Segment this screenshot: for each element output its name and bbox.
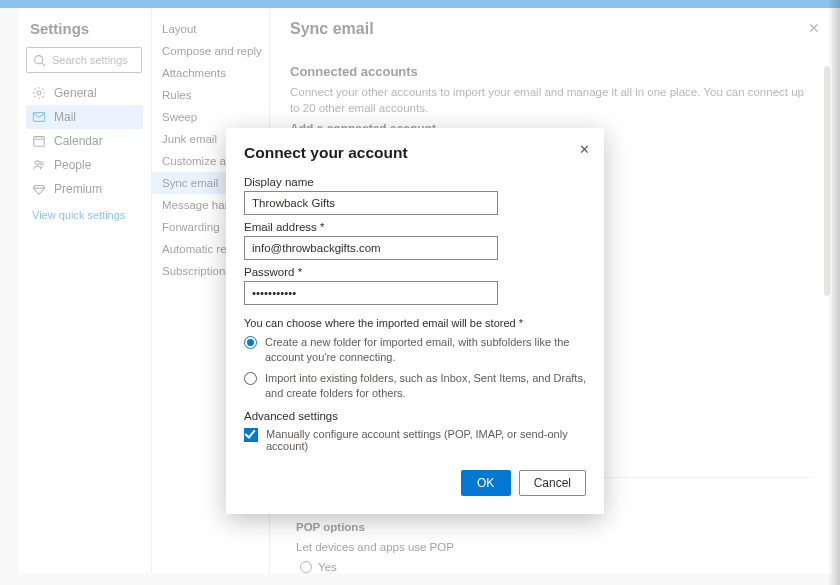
option-label: Import into existing folders, such as In… — [265, 371, 586, 401]
email-label: Email address * — [244, 221, 586, 233]
store-label: You can choose where the imported email … — [244, 317, 586, 329]
dialog-title: Connect your account — [244, 144, 586, 162]
close-icon[interactable]: ✕ — [579, 142, 590, 157]
email-input[interactable] — [244, 236, 498, 260]
password-input[interactable] — [244, 281, 498, 305]
manual-config-checkbox[interactable]: Manually configure account settings (POP… — [244, 428, 586, 452]
cancel-button[interactable]: Cancel — [519, 470, 586, 496]
ok-button[interactable]: OK — [461, 470, 511, 496]
checkbox-icon — [244, 428, 258, 442]
app-root: Settings General Mail Calendar People — [0, 0, 840, 585]
option-label: Create a new folder for imported email, … — [265, 335, 586, 365]
display-name-input[interactable] — [244, 191, 498, 215]
radio-icon — [244, 372, 257, 385]
radio-icon — [244, 336, 257, 349]
checkbox-label: Manually configure account settings (POP… — [266, 428, 586, 452]
advanced-heading: Advanced settings — [244, 410, 586, 422]
password-label: Password * — [244, 266, 586, 278]
connect-account-dialog: Connect your account ✕ Display name Emai… — [226, 128, 604, 514]
display-name-label: Display name — [244, 176, 586, 188]
store-option-new-folder[interactable]: Create a new folder for imported email, … — [244, 335, 586, 365]
store-option-existing[interactable]: Import into existing folders, such as In… — [244, 371, 586, 401]
dialog-buttons: OK Cancel — [244, 470, 586, 496]
